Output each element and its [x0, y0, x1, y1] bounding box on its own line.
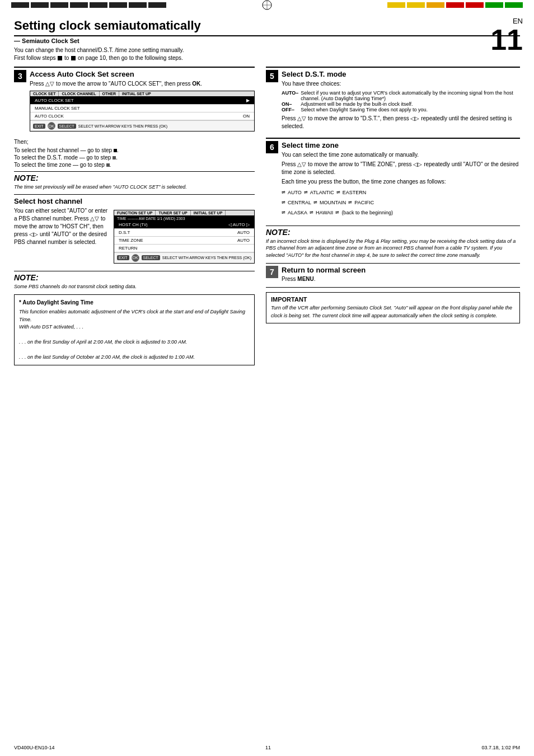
exit-btn-2[interactable]: EXIT	[117, 255, 129, 260]
screen2-box: FUNCTION SET UP TUNER SET UP INITIAL SET…	[114, 210, 255, 264]
auto-dst-text2: With Auto DST activated, . . .	[19, 323, 250, 331]
step3-title: Access Auto Clock Set screen	[30, 70, 255, 78]
header-block-2	[31, 2, 49, 8]
return-title: Return to normal screen	[282, 266, 366, 274]
step5-off-row: OFF– Select when Daylight Saving Time do…	[282, 107, 520, 112]
footer-right: 03.7.18, 1:02 PM	[481, 745, 520, 750]
header-color-block-5	[466, 2, 484, 8]
screen2-header-row: TIME -------- AM DATE 1/1 (WED) 2303	[114, 216, 254, 221]
step4-block: Select host channel You can either selec…	[14, 197, 255, 266]
screen1-bottom: EXIT OK SELECT SELECT WITH ARROW KEYS TH…	[30, 120, 254, 131]
step-link-3: To select the time zone — go to step .	[14, 162, 255, 168]
header-block-4	[70, 2, 88, 8]
ok-btn-2[interactable]: OK	[132, 254, 139, 262]
auto-dst-box: * Auto Daylight Saving Time This functio…	[14, 294, 255, 365]
header-block-8	[148, 2, 166, 8]
screen1-item-manual: MANUAL CLOCK SET	[30, 105, 254, 112]
note2-text: Some PBS channels do not transmit clock …	[14, 283, 255, 290]
step5-content: Select D.S.T. mode You have three choice…	[282, 70, 520, 132]
intro-text: You can change the host channel/D.S.T. /…	[14, 46, 520, 62]
screen2-item-dst: D.S.TAUTO	[114, 229, 254, 237]
step6-number: 6	[266, 141, 278, 153]
screen2-bottom: EXIT OK SELECT SELECT WITH ARROW KEYS TH…	[114, 252, 254, 263]
step5-table: AUTO– Select if you want to adjust your …	[282, 90, 520, 112]
tz-row-2: ⇌ CENTRAL ⇌ MOUNTAIN ⇌ PACIFIC	[282, 198, 520, 207]
step4-content: Select host channel You can either selec…	[14, 197, 255, 266]
step3-text: Press △▽ to move the arrow to "AUTO CLOC…	[30, 80, 255, 88]
footer: VD400U-EN10-14 11 03.7.18, 1:02 PM	[14, 745, 520, 750]
step6-text2: Press △▽ to move the arrow to "TIME ZONE…	[282, 161, 520, 176]
screen2-instruction: SELECT WITH ARROW KEYS THEN PRESS (OK)	[162, 256, 251, 260]
note3-title: NOTE:	[266, 228, 520, 237]
note3-text: If an incorrect clock time is displayed …	[266, 238, 520, 259]
step4-divider: Select host channel You can either selec…	[14, 194, 255, 266]
ok-btn[interactable]: OK	[48, 122, 55, 130]
return-block: 7 Return to normal screen Press MENU.	[266, 263, 520, 288]
tz-row-1: ⇌ AUTO ⇌ ATLANTIC ⇌ EASTERN	[282, 188, 520, 197]
step4-text: You can either select "AUTO" or enter a …	[14, 207, 109, 246]
screen1-tab-channel: CLOCK CHANNEL	[59, 91, 99, 96]
tz-row-3: ⇌ ALASKA ⇌ HAWAII ⇌ (back to the beginni…	[282, 208, 520, 217]
step-sq-2	[71, 56, 76, 60]
step5-press-text: Press △▽ to move the arrow to "D.S.T.", …	[282, 115, 520, 130]
screen1-tab-clock: CLOCK SET	[30, 91, 59, 96]
step5-on-row: ON– Adjustment will be made by the built…	[282, 101, 520, 107]
screen2-tab-tuner: TUNER SET UP	[156, 210, 190, 215]
header-color-block-4	[446, 2, 464, 8]
screen2-item-hostch: HOST CH (TV) ◁ AUTO ▷	[114, 221, 254, 229]
auto-dst-text3: . . . on the first Sunday of April at 2:…	[19, 339, 250, 346]
header-color-block-7	[505, 2, 523, 8]
header-right-blocks	[289, 0, 534, 10]
header-block-1	[11, 2, 29, 8]
note1-text: The time set previously will be erased w…	[14, 184, 255, 191]
screen2-tab-initial: INITIAL SET UP	[191, 210, 226, 215]
screen2-wrapper: FUNCTION SET UP TUNER SET UP INITIAL SET…	[114, 207, 255, 266]
note3-block: NOTE: If an incorrect clock time is disp…	[266, 226, 520, 259]
important-title: IMPORTANT	[271, 296, 515, 303]
return-content: Return to normal screen Press MENU.	[282, 266, 366, 285]
screen1-box: CLOCK SET CLOCK CHANNEL OTHER INITIAL SE…	[30, 91, 255, 132]
header-color-block-3	[427, 2, 444, 8]
page-number-area: EN 11	[490, 17, 523, 54]
select-btn-2[interactable]: SELECT	[142, 255, 160, 260]
step-sq-1	[58, 56, 62, 60]
step5-header: 5 Select D.S.T. mode You have three choi…	[266, 70, 520, 132]
select-btn[interactable]: SELECT	[58, 124, 76, 129]
note1-block: NOTE: The time set previously will be er…	[14, 171, 255, 191]
important-text: Turn off the VCR after performing Semiau…	[271, 304, 515, 320]
main-content: Setting clock semiautomatically — Semiau…	[0, 13, 534, 377]
tz-list: ⇌ AUTO ⇌ ATLANTIC ⇌ EASTERN ⇌ CENTRAL ⇌	[282, 188, 520, 218]
footer-left: VD400U-EN10-14	[14, 745, 55, 750]
footer-center: 11	[265, 745, 271, 750]
header-block-6	[109, 2, 127, 8]
step6-title: Select time zone	[282, 141, 520, 149]
step6-header: 6 Select time zone You can select the ti…	[266, 141, 520, 220]
header-color-block-2	[407, 2, 425, 8]
step-link-1: To select the host channel — go to step …	[14, 147, 255, 153]
compass-icon	[262, 0, 272, 10]
screen1-tab-initial: INITIAL SET UP	[119, 91, 254, 96]
header-block-5	[90, 2, 107, 8]
main-title: Setting clock semiautomatically	[14, 18, 520, 36]
return-number: 7	[266, 266, 278, 278]
auto-dst-title: * Auto Daylight Saving Time	[19, 298, 250, 307]
two-column-layout: 3 Access Auto Clock Set screen Press △▽ …	[14, 67, 520, 365]
step6-content: Select time zone You can select the time…	[282, 141, 520, 220]
screen2-tabs: FUNCTION SET UP TUNER SET UP INITIAL SET…	[114, 210, 254, 216]
screen1-item-autoclock: AUTO CLOCKON	[30, 112, 254, 120]
note2-title: NOTE:	[14, 273, 255, 282]
step6-block: 6 Select time zone You can select the ti…	[266, 138, 520, 220]
screen2-item-timezone: TIME ZONEAUTO	[114, 237, 254, 245]
step3-header: 3 Access Auto Clock Set screen Press △▽ …	[14, 70, 255, 134]
step5-choices: You have three choices:	[282, 80, 520, 88]
step5-block: 5 Select D.S.T. mode You have three choi…	[266, 67, 520, 132]
step5-auto-row: AUTO– Select if you want to adjust your …	[282, 90, 520, 101]
header-bar	[0, 0, 534, 10]
header-color-block-6	[485, 2, 503, 8]
screen1-tab-other: OTHER	[100, 91, 120, 96]
step4-inner: You can either select "AUTO" or enter a …	[14, 207, 255, 266]
header-block-7	[129, 2, 147, 8]
step3-content: Access Auto Clock Set screen Press △▽ to…	[30, 70, 255, 134]
step5-title: Select D.S.T. mode	[282, 70, 520, 78]
exit-btn[interactable]: EXIT	[33, 124, 45, 129]
